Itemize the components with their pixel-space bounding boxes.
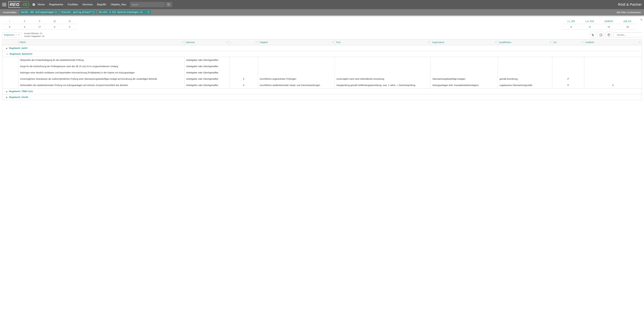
stat-value: 16 bbox=[618, 24, 637, 30]
stat-value: 0 bbox=[17, 24, 32, 30]
svg-rect-8 bbox=[608, 34, 610, 36]
stat-value: 0 bbox=[47, 24, 62, 30]
stats-right-table: v.1. IBN n.w. Änd. wiedkehr auß.ord. 8 8… bbox=[562, 18, 637, 30]
cell-wiedkehr bbox=[584, 70, 642, 76]
nav-begriffe[interactable]: Begriffe bbox=[97, 3, 106, 6]
nav-home[interactable]: Home bbox=[38, 3, 45, 6]
col-gegenstand[interactable]: Gegenstand bbox=[431, 40, 498, 45]
cell-frist: Hauptprüfung gemäß Gefährdungsbeurteilun… bbox=[335, 82, 431, 88]
stat-value: 13 bbox=[600, 24, 618, 30]
filter-icon[interactable] bbox=[255, 41, 257, 43]
filter-icon[interactable] bbox=[226, 41, 228, 43]
table-row[interactable]: Sorge für die Aufzeichnung der Prüfergeb… bbox=[2, 63, 642, 70]
col-expander bbox=[2, 40, 18, 45]
cell-qualifikation bbox=[498, 70, 552, 76]
table-search[interactable] bbox=[614, 32, 642, 38]
stats-left-table: I K P W IS 0 0 17 0 0 bbox=[2, 18, 77, 30]
stat-header-i[interactable]: I bbox=[9, 20, 10, 22]
stat-header-is[interactable]: IS bbox=[69, 20, 71, 22]
gear-icon[interactable] bbox=[32, 3, 36, 6]
table-row[interactable]: Sicherstellen der wiederkehrenden Prüfun… bbox=[2, 82, 642, 88]
stat-header-aussord[interactable]: auß.ord. bbox=[624, 20, 632, 22]
chevron-right-icon[interactable]: ▶ bbox=[6, 90, 8, 92]
cell-adressat: Arbeitgeber oder Gleichgestellter bbox=[184, 76, 230, 82]
stat-header-aend[interactable]: n.w. Änd. bbox=[585, 20, 594, 22]
filter-icon[interactable] bbox=[581, 41, 583, 43]
cell-gegenstand: Aufzugsanlagen (inkl. Fassadenbefahranla… bbox=[431, 82, 498, 88]
nav-services[interactable]: Services bbox=[82, 3, 92, 6]
nav-objekte-neu[interactable]: Objekte_Neu bbox=[111, 3, 126, 6]
search-button[interactable] bbox=[165, 2, 172, 7]
table-row[interactable]: Unverzügliches Veranlassen der außerorde… bbox=[2, 76, 642, 82]
sort-button[interactable]: Regelwerk ↑ bbox=[2, 32, 22, 38]
cell-qualifikation: gemäß Anordnung bbox=[498, 76, 552, 82]
svg-rect-4 bbox=[593, 36, 594, 36]
close-icon[interactable]: × bbox=[92, 11, 95, 13]
cell-adressat: Arbeitgeber oder Gleichgestellter bbox=[184, 63, 230, 70]
hamburger-menu-icon[interactable] bbox=[2, 3, 6, 6]
sort-asc-icon: ↑ bbox=[16, 34, 17, 36]
stats-section: I K P W IS 0 0 17 0 0 v.1. IBN n.w. Änd.… bbox=[0, 16, 644, 30]
reset-filters-link[interactable]: Alle Filter zurücksetzen bbox=[616, 11, 641, 14]
col-pflicht[interactable]: Pflicht bbox=[18, 40, 184, 45]
app-logo[interactable]: REG-IS® bbox=[8, 2, 30, 8]
main-nav: Home Regelwerke Facilities Services Begr… bbox=[38, 3, 126, 6]
cell-x bbox=[229, 57, 258, 63]
cell-taetigkeit bbox=[258, 57, 335, 63]
col-qualifikation[interactable]: Qualifikation bbox=[498, 40, 552, 45]
cell-wiedkehr bbox=[584, 57, 642, 63]
group-row[interactable]: ▶Regelwerk: ÜAnlG bbox=[2, 94, 642, 100]
cell-gegenstand bbox=[431, 63, 498, 70]
filter-chip-status[interactable]: Status1: gültig,Entwurf × bbox=[60, 10, 96, 14]
chevron-right-icon[interactable]: ▶ bbox=[6, 96, 8, 98]
chevron-right-icon[interactable]: ▶ bbox=[6, 47, 8, 49]
nav-facilities[interactable]: Facilities bbox=[68, 3, 78, 6]
svg-rect-2 bbox=[592, 34, 593, 34]
cell-gegenstand bbox=[431, 70, 498, 76]
cell-pflicht: Überprüfen der Fristenfestlegung für die… bbox=[18, 57, 184, 63]
data-table: Pflicht Adressat ... Tätigkeit Frist Geg… bbox=[2, 39, 642, 100]
col-adressat[interactable]: Adressat bbox=[184, 40, 230, 45]
group-row[interactable]: ▶Regelwerk: TRBS 3121 bbox=[2, 88, 642, 94]
chevron-down-icon[interactable]: ▼ bbox=[6, 53, 8, 55]
filter-icon[interactable] bbox=[332, 41, 334, 43]
cell-wiedkehr bbox=[584, 76, 642, 82]
cell-qualifikation: zugelassene Überwachungsstelle bbox=[498, 82, 552, 88]
copy-icon[interactable] bbox=[606, 32, 612, 38]
cell-pflicht: Sorge für die Aufzeichnung der Prüfergeb… bbox=[18, 63, 184, 70]
stat-header-k[interactable]: K bbox=[24, 20, 25, 22]
col-frist[interactable]: Frist bbox=[335, 40, 431, 45]
group-row[interactable]: ▼Regelwerk: BetrSichV bbox=[2, 51, 642, 57]
close-icon[interactable]: × bbox=[55, 11, 57, 13]
cell-frist bbox=[335, 57, 431, 63]
stat-header-wiedkehr[interactable]: wiedkehr bbox=[604, 20, 613, 22]
stat-header-ibn[interactable]: v.1. IBN bbox=[567, 20, 575, 22]
col-taetigkeit[interactable]: Tätigkeit bbox=[258, 40, 335, 45]
export-xlsx-icon[interactable]: XLSX bbox=[598, 32, 604, 38]
close-icon[interactable]: × bbox=[147, 11, 150, 13]
hierarchy-icon[interactable] bbox=[590, 32, 596, 38]
filter-chip-facid[interactable]: FacID: 461 Aufzugsanlagen × bbox=[20, 10, 58, 14]
group-row[interactable]: ▶Regelwerk: AwSV bbox=[2, 45, 642, 51]
collapse-icon[interactable]: ⤡ bbox=[640, 18, 642, 22]
col-dots[interactable]: ... bbox=[229, 40, 258, 45]
stat-header-p[interactable]: P bbox=[39, 20, 40, 22]
nav-regelwerke[interactable]: Regelwerke bbox=[49, 3, 63, 6]
search-input[interactable] bbox=[130, 2, 164, 7]
filter-icon[interactable] bbox=[495, 41, 497, 43]
col-art[interactable]: Art bbox=[552, 40, 584, 45]
cell-adressat: Arbeitgeber oder Gleichgestellter bbox=[184, 70, 230, 76]
col-wiedkehr[interactable]: wiedkehr bbox=[584, 40, 642, 45]
filter-chip-servid[interactable]: ServID: 6.321 Sachverständigen-(S... × bbox=[98, 10, 150, 14]
stat-header-w[interactable]: W bbox=[54, 20, 56, 22]
table-row[interactable]: Überprüfen der Fristenfestlegung für die… bbox=[2, 57, 642, 63]
filter-icon[interactable] bbox=[182, 41, 184, 43]
filter-icon[interactable] bbox=[428, 41, 430, 43]
cell-x bbox=[229, 70, 258, 76]
filter-icon[interactable] bbox=[549, 41, 551, 43]
filter-icon[interactable] bbox=[639, 41, 641, 43]
stat-value: 0 bbox=[2, 24, 17, 30]
table-search-input[interactable] bbox=[616, 34, 644, 36]
cell-x bbox=[229, 63, 258, 70]
table-row[interactable]: Anbringen einer deutlich sichtbaren und … bbox=[2, 70, 642, 76]
